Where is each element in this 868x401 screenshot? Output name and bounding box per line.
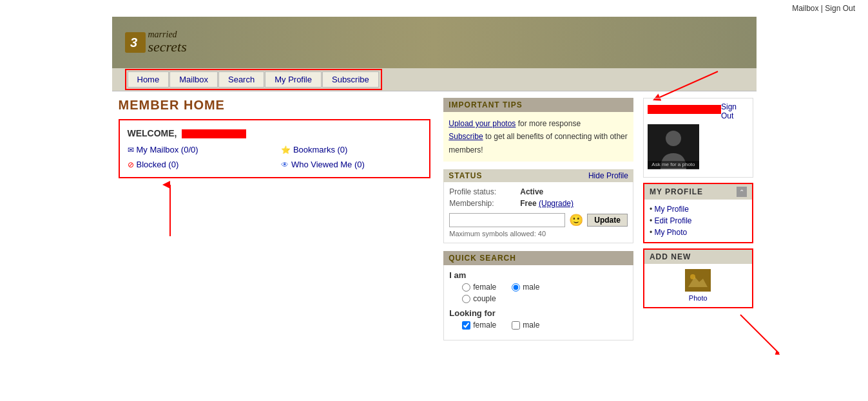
- i-am-male-radio[interactable]: [512, 283, 520, 292]
- profile-status-row: Profile status: Active: [449, 187, 628, 196]
- status-hint: Maximum symbols allowed: 40: [449, 230, 628, 238]
- i-am-female-option[interactable]: female: [462, 283, 496, 292]
- my-profile-links: My Profile Edit Profile My Photo: [644, 200, 752, 242]
- sidebar-signout-link[interactable]: Sign Out: [721, 102, 749, 120]
- logo-text: married secrets: [148, 30, 187, 55]
- signout-link-top[interactable]: Sign Out: [825, 4, 855, 13]
- page-title: MEMBER HOME: [119, 98, 431, 113]
- add-photo-button[interactable]: [685, 269, 711, 292]
- logo-icon: 3: [125, 32, 146, 53]
- svg-point-10: [690, 274, 695, 279]
- membership-row: Membership: Free (Upgrade): [449, 199, 628, 208]
- i-am-radio-group: female male: [449, 283, 628, 292]
- membership-label: Membership:: [449, 199, 507, 208]
- svg-point-7: [666, 131, 681, 146]
- who-viewed-link[interactable]: 👁 Who Viewed Me (0): [281, 160, 421, 169]
- status-header: STATUS: [448, 171, 482, 180]
- tab-home[interactable]: Home: [128, 71, 169, 88]
- sidebar-my-photo-link[interactable]: My Photo: [650, 227, 747, 238]
- upload-photos-link[interactable]: Upload your photos: [448, 119, 516, 128]
- smiley-button[interactable]: 🙂: [569, 213, 583, 227]
- svg-text:3: 3: [130, 35, 137, 50]
- nav-bar: Home Mailbox Search My Profile Subscribe: [112, 68, 757, 91]
- i-am-female-radio[interactable]: [462, 283, 470, 292]
- photo-caption: Ask me for a photo: [648, 161, 699, 168]
- collapse-button[interactable]: ⌃: [737, 187, 747, 197]
- i-am-couple-row: couple: [449, 294, 628, 303]
- status-input-row: 🙂 Update: [449, 213, 628, 227]
- mailbox-icon: ✉: [128, 145, 134, 154]
- site-header: 3 married secrets: [112, 17, 757, 68]
- my-profile-title: MY PROFILE: [650, 187, 703, 196]
- profile-status-value: Active: [520, 187, 543, 196]
- my-profile-header: MY PROFILE ⌃: [644, 184, 752, 200]
- membership-value: Free (Upgrade): [520, 199, 574, 208]
- welcome-links: ✉ My Mailbox (0/0) ⭐ Bookmarks (0) ⊘ Blo…: [128, 145, 422, 169]
- photo-label[interactable]: Photo: [650, 294, 747, 302]
- looking-for-label: Looking for: [449, 308, 628, 318]
- svg-line-12: [740, 315, 779, 353]
- tab-search[interactable]: Search: [218, 71, 264, 88]
- sidebar-my-profile-link[interactable]: My Profile: [650, 203, 747, 215]
- i-am-male-option[interactable]: male: [512, 283, 539, 292]
- i-am-label: I am: [449, 270, 628, 280]
- my-mailbox-link[interactable]: ✉ My Mailbox (0/0): [128, 145, 268, 154]
- sidebar-top: Sign Out Ask me for a photo: [643, 98, 753, 178]
- search-body: I am female male: [443, 265, 633, 340]
- profile-status-label: Profile status:: [449, 187, 507, 196]
- bookmarks-link[interactable]: ⭐ Bookmarks (0): [281, 145, 421, 154]
- nav-tabs: Home Mailbox Search My Profile Subscribe: [125, 69, 382, 90]
- eye-icon: 👁: [281, 160, 289, 169]
- profile-photo: Ask me for a photo: [648, 124, 699, 169]
- i-am-couple-radio[interactable]: [462, 295, 470, 303]
- mailbox-link[interactable]: Mailbox: [792, 4, 818, 13]
- i-am-couple-option[interactable]: couple: [462, 294, 496, 303]
- status-header-row: STATUS Hide Profile: [443, 169, 633, 182]
- sidebar-arrow-annotation: [728, 308, 792, 355]
- welcome-box: WELCOME, ✉ My Mailbox (0/0) ⭐ Bookmarks …: [119, 119, 431, 178]
- update-button[interactable]: Update: [587, 214, 628, 227]
- welcome-arrow-annotation: [157, 178, 183, 243]
- welcome-title: WELCOME,: [128, 128, 422, 138]
- sidebar-edit-profile-link[interactable]: Edit Profile: [650, 215, 747, 227]
- looking-for-male-option[interactable]: male: [512, 321, 539, 330]
- tips-body: Upload your photos for more response Sub…: [443, 112, 633, 162]
- looking-for-female-checkbox[interactable]: [462, 321, 470, 330]
- looking-for-female-option[interactable]: female: [462, 321, 496, 330]
- status-body: Profile status: Active Membership: Free …: [443, 182, 633, 243]
- tips-line-1: Upload your photos for more response: [448, 117, 628, 130]
- right-main-column: IMPORTANT TIPS Upload your photos for mo…: [437, 98, 640, 348]
- add-new-box: ADD NEW Photo: [643, 248, 753, 308]
- status-text-input[interactable]: [449, 213, 565, 227]
- blocked-link[interactable]: ⊘ Blocked (0): [128, 160, 268, 169]
- hide-profile-link[interactable]: Hide Profile: [588, 171, 628, 180]
- looking-for-field: Looking for female male: [449, 308, 628, 330]
- tab-my-profile[interactable]: My Profile: [265, 71, 322, 88]
- status-section: STATUS Hide Profile Profile status: Acti…: [443, 169, 633, 243]
- looking-for-male-checkbox[interactable]: [512, 321, 520, 330]
- i-am-field: I am female male: [449, 270, 628, 303]
- star-icon: ⭐: [281, 145, 291, 154]
- looking-for-checkbox-group: female male: [449, 321, 628, 330]
- add-new-header: ADD NEW: [644, 250, 752, 264]
- quick-search-section: QUICK SEARCH I am female male: [443, 251, 633, 340]
- subscribe-link[interactable]: Subscribe: [448, 132, 483, 141]
- tips-section: IMPORTANT TIPS Upload your photos for mo…: [443, 98, 633, 162]
- svg-rect-8: [685, 269, 711, 292]
- left-column: MEMBER HOME WELCOME, ✉ My Mailbox (0/0): [112, 98, 438, 348]
- blocked-icon: ⊘: [128, 160, 134, 169]
- right-sidebar: Sign Out Ask me for a photo MY PROFILE: [640, 98, 757, 348]
- tips-line-2: Subscribe to get all benefits of connect…: [448, 130, 628, 156]
- my-profile-box: MY PROFILE ⌃ My Profile Edit Profile My …: [643, 183, 753, 243]
- main-content: MEMBER HOME WELCOME, ✉ My Mailbox (0/0): [112, 91, 757, 355]
- quick-search-header: QUICK SEARCH: [443, 251, 633, 265]
- sidebar-username-bar: [648, 105, 721, 114]
- tab-mailbox[interactable]: Mailbox: [169, 71, 218, 88]
- tips-header: IMPORTANT TIPS: [443, 98, 633, 112]
- upgrade-link[interactable]: (Upgrade): [539, 199, 574, 208]
- tab-subscribe[interactable]: Subscribe: [322, 71, 379, 88]
- welcome-username-bar: [182, 129, 246, 138]
- add-new-body: Photo: [644, 264, 752, 307]
